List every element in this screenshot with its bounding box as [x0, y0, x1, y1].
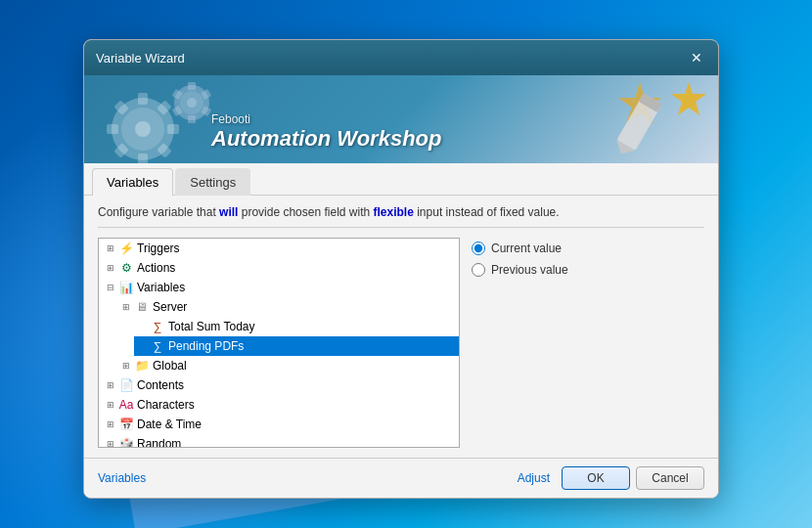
expander-random: ⊞: [103, 436, 118, 448]
svg-rect-5: [167, 124, 179, 134]
radio-current-input[interactable]: [472, 242, 485, 255]
svg-point-13: [187, 98, 197, 108]
expander-contents: ⊞: [103, 377, 118, 393]
footer-buttons: Adjust OK Cancel: [512, 466, 704, 490]
tree-label-characters: Characters: [137, 398, 195, 412]
tree-item-pendingpdfs[interactable]: ∑ Pending PDFs: [134, 336, 459, 356]
tree-item-server[interactable]: ⊞ 🖥 Server: [118, 297, 459, 317]
action-icon: ⚙: [118, 260, 134, 276]
calendar-icon: 📅: [118, 417, 134, 432]
expander-totalsum: [134, 319, 150, 334]
tree-item-random[interactable]: ⊞ 🎲 Random: [103, 434, 459, 448]
expander-global: ⊞: [118, 358, 134, 374]
radio-previous-input[interactable]: [472, 263, 485, 277]
radio-previous-label: Previous value: [491, 263, 568, 277]
tree-label-datetime: Date & Time: [137, 418, 202, 431]
expander-characters: ⊞: [103, 397, 118, 413]
tree-item-characters[interactable]: ⊞ Aa Characters: [103, 395, 459, 415]
ok-button[interactable]: OK: [562, 466, 630, 490]
variables-link[interactable]: Variables: [98, 471, 146, 485]
tree-label-variables: Variables: [137, 281, 185, 294]
pdf-icon: ∑: [150, 338, 165, 354]
tree-item-totalsum[interactable]: ∑ Total Sum Today: [134, 317, 459, 336]
expander-datetime: ⊞: [103, 417, 118, 432]
variable-tree[interactable]: ⊞ ⚡ Triggers ⊞ ⚙ Actions ⊟ 📊 Variables: [98, 238, 460, 448]
tree-label-totalsum: Total Sum Today: [168, 320, 255, 333]
content-area: Configure variable that will provide cho…: [84, 196, 718, 458]
description-text: Configure variable that will provide cho…: [98, 205, 704, 228]
tree-label-server: Server: [153, 300, 187, 314]
bold-flexible: flexible: [374, 205, 414, 219]
title-bar: Variable Wizard ✕: [84, 40, 718, 75]
svg-rect-17: [188, 115, 196, 123]
tree-item-contents[interactable]: ⊞ 📄 Contents: [103, 375, 459, 395]
svg-rect-7: [138, 154, 148, 163]
tree-label-actions: Actions: [137, 261, 175, 275]
tree-label-contents: Contents: [137, 378, 184, 392]
tab-variables[interactable]: Variables: [92, 168, 173, 196]
contents-icon: 📄: [118, 377, 134, 393]
banner: Febooti Automation Workshop: [84, 75, 718, 163]
server-icon: 🖥: [134, 299, 150, 315]
random-icon: 🎲: [118, 436, 134, 448]
footer: Variables Adjust OK Cancel: [84, 458, 718, 498]
variable-wizard-dialog: Variable Wizard ✕: [83, 39, 719, 499]
banner-star-graphic: [669, 80, 708, 119]
tree-item-variables[interactable]: ⊟ 📊 Variables: [103, 278, 459, 297]
tree-label-pendingpdfs: Pending PDFs: [168, 339, 244, 353]
tab-settings[interactable]: Settings: [175, 168, 250, 196]
main-panel: ⊞ ⚡ Triggers ⊞ ⚙ Actions ⊟ 📊 Variables: [98, 238, 704, 448]
banner-pencil-graphic: [601, 80, 679, 158]
banner-text: Febooti Automation Workshop: [211, 112, 441, 152]
radio-current-label: Current value: [491, 242, 562, 255]
cancel-button[interactable]: Cancel: [636, 466, 704, 490]
svg-rect-14: [188, 82, 196, 90]
adjust-button[interactable]: Adjust: [512, 469, 556, 487]
characters-icon: Aa: [118, 397, 134, 413]
radio-previous-value[interactable]: Previous value: [472, 263, 704, 277]
expander-triggers: ⊞: [103, 241, 118, 256]
tree-item-global[interactable]: ⊞ 📁 Global: [118, 356, 459, 375]
svg-marker-24: [671, 82, 706, 115]
tree-label-random: Random: [137, 437, 181, 448]
sigma-icon: ∑: [150, 319, 165, 334]
close-button[interactable]: ✕: [687, 48, 706, 67]
tree-item-datetime[interactable]: ⊞ 📅 Date & Time: [103, 415, 459, 434]
bold-will: will: [219, 205, 238, 219]
radio-current-value[interactable]: Current value: [472, 242, 704, 255]
svg-rect-9: [107, 124, 118, 134]
expander-server: ⊞: [118, 299, 134, 315]
dialog-title: Variable Wizard: [96, 51, 185, 66]
options-panel: Current value Previous value: [472, 238, 704, 448]
radio-group: Current value Previous value: [472, 242, 704, 277]
tree-item-triggers[interactable]: ⊞ ⚡ Triggers: [103, 239, 459, 258]
expander-variables: ⊟: [103, 280, 118, 295]
banner-product: Automation Workshop: [211, 126, 441, 152]
expander-pendingpdfs: [134, 338, 150, 354]
tree-item-actions[interactable]: ⊞ ⚙ Actions: [103, 258, 459, 278]
banner-company: Febooti: [211, 112, 441, 126]
tree-label-triggers: Triggers: [137, 242, 180, 255]
svg-point-2: [135, 121, 151, 137]
trigger-icon: ⚡: [118, 241, 134, 256]
tree-label-global: Global: [153, 359, 187, 373]
svg-rect-3: [138, 93, 148, 105]
tabs-bar: Variables Settings: [84, 163, 718, 196]
variable-icon: 📊: [118, 280, 134, 295]
global-icon: 📁: [134, 358, 150, 374]
expander-actions: ⊞: [103, 260, 118, 276]
